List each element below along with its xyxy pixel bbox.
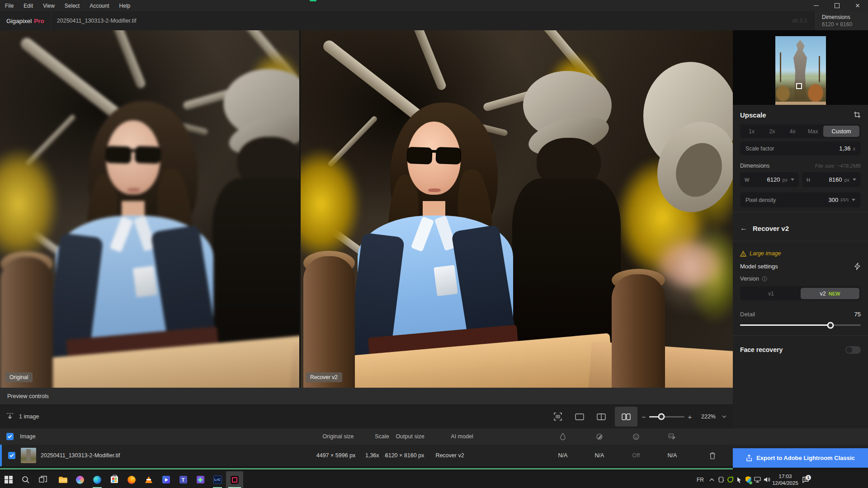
preview-original-pane[interactable]: Original (0, 30, 299, 388)
zoom-out-button[interactable]: − (639, 405, 648, 428)
row-checkbox[interactable] (8, 452, 15, 459)
menu-edit[interactable]: Edit (19, 0, 38, 11)
model-version-v2[interactable]: v2 NEW (801, 288, 859, 299)
firefox-icon[interactable] (123, 471, 140, 488)
column-ai-model: AI model (451, 428, 473, 445)
open-filename: 20250411_130313-2-Modifier.tif (57, 18, 137, 24)
photo-shape (212, 178, 299, 361)
file-explorer-icon[interactable] (54, 471, 71, 488)
menu-account[interactable]: Account (85, 0, 114, 11)
queue-download-icon[interactable] (4, 405, 17, 428)
navigator-viewport-rect[interactable] (796, 83, 802, 89)
edge-icon[interactable] (89, 471, 106, 488)
menu-help[interactable]: Help (114, 0, 136, 11)
preview-controls-label: Preview controls (7, 393, 49, 399)
maximize-icon (835, 3, 840, 8)
chevron-down-icon[interactable] (852, 199, 855, 201)
face-recovery-toggle[interactable] (845, 346, 861, 354)
start-button[interactable] (0, 471, 17, 488)
photo-shape (775, 102, 826, 105)
language-indicator[interactable]: FR (694, 471, 706, 488)
info-icon[interactable] (762, 276, 767, 282)
scale-mode-2x[interactable]: 2x (762, 128, 782, 135)
detail-slider-knob[interactable] (827, 322, 834, 328)
export-icon (746, 455, 752, 462)
scale-mode-custom[interactable]: Custom (823, 126, 859, 137)
dimensions-readout: Dimensions 6120 × 8160 (815, 11, 868, 30)
search-icon[interactable] (17, 471, 34, 488)
export-button[interactable]: Export to Adobe Lightroom Classic (733, 448, 868, 468)
taskbar-clock[interactable]: 17:03 12/04/2025 (771, 471, 799, 488)
lightroom-classic-icon[interactable]: LrC (209, 471, 226, 488)
enhanced-photo (301, 30, 733, 388)
photo-shape (612, 274, 665, 388)
volume-icon[interactable] (762, 471, 772, 488)
design-app-icon[interactable] (192, 471, 209, 488)
lightning-icon[interactable] (854, 263, 861, 270)
single-view-icon[interactable] (571, 405, 589, 428)
photo-shape (301, 30, 733, 388)
chevron-up-icon[interactable] (707, 471, 716, 488)
pixel-density-field[interactable]: Pixel density 300 PPI (740, 192, 861, 207)
navigator-strip (733, 30, 868, 105)
preview-result-pane[interactable]: Recover v2 (301, 30, 733, 388)
scale-factor-value: 1,36 (839, 145, 850, 152)
microsoft-store-icon[interactable] (106, 471, 123, 488)
menu-select[interactable]: Select (60, 0, 85, 11)
zoom-level[interactable]: 222% (698, 405, 719, 428)
row-filename: 20250411_130313-2-Modifier.tif (41, 445, 120, 466)
gigapixel-taskbar-icon[interactable] (226, 471, 243, 488)
minimize-button[interactable] (806, 0, 826, 11)
side-by-side-view-icon[interactable] (615, 407, 637, 427)
copilot-icon[interactable] (71, 471, 89, 488)
crop-icon[interactable] (854, 111, 861, 118)
delete-row-button[interactable] (709, 445, 716, 466)
row-thumbnail (21, 448, 36, 463)
clock-date: 12/04/2025 (772, 480, 798, 486)
chevron-down-icon[interactable] (791, 178, 794, 181)
defender-icon[interactable]: ✓ (744, 471, 753, 488)
row-face-recovery-status: Off (632, 445, 640, 466)
navigator-thumbnail[interactable] (775, 36, 826, 105)
split-view-icon[interactable] (592, 405, 610, 428)
select-all-checkbox[interactable] (6, 433, 14, 440)
vlc-icon[interactable] (140, 471, 157, 488)
width-field[interactable]: W 6120 px (740, 172, 799, 187)
menu-file[interactable]: File (0, 0, 19, 11)
movies-tv-icon[interactable] (157, 471, 175, 488)
screen-cast-icon[interactable] (717, 471, 726, 488)
pointer-utility-icon[interactable] (735, 471, 744, 488)
pixel-density-unit: PPI (840, 197, 849, 203)
scale-mode-max[interactable]: Max (803, 128, 823, 135)
scale-mode-4x[interactable]: 4x (783, 128, 803, 135)
row-sharpen-status: N/A (595, 445, 604, 466)
zoom-slider-knob[interactable] (658, 413, 665, 420)
model-version-v1[interactable]: v1 (741, 291, 801, 297)
divider (51, 11, 51, 30)
teams-icon[interactable]: T (175, 471, 192, 488)
notification-center-icon[interactable]: 1 (799, 471, 812, 488)
dimensions-value: 6120 × 8160 (822, 21, 868, 28)
face-recovery-label: Face recovery (740, 346, 783, 353)
chevron-down-icon[interactable] (853, 178, 856, 181)
new-badge: NEW (829, 291, 840, 296)
column-image: Image (20, 428, 36, 445)
menu-view[interactable]: View (38, 0, 60, 11)
zoom-in-button[interactable]: + (685, 405, 694, 428)
maximize-button[interactable] (826, 0, 847, 11)
network-icon[interactable] (753, 471, 762, 488)
detail-slider[interactable] (740, 323, 861, 328)
scale-mode-1x[interactable]: 1x (741, 128, 762, 135)
detail-label: Detail (740, 311, 755, 318)
task-view-icon[interactable] (34, 471, 52, 488)
chevron-down-icon[interactable] (720, 405, 729, 428)
settings-sidebar: Upscale 1x 2x 4x Max Custom Scale factor… (733, 30, 868, 428)
back-icon[interactable]: ← (740, 224, 747, 232)
scale-factor-input[interactable]: Scale factor 1,36 x (740, 141, 861, 155)
row-text-recovery-status: N/A (668, 445, 677, 466)
height-field[interactable]: H 8160 px (802, 172, 861, 187)
nvidia-settings-icon[interactable] (726, 471, 735, 488)
zoom-slider[interactable] (649, 405, 684, 428)
close-button[interactable]: ✕ (847, 0, 868, 11)
snapshot-icon[interactable] (549, 405, 567, 428)
